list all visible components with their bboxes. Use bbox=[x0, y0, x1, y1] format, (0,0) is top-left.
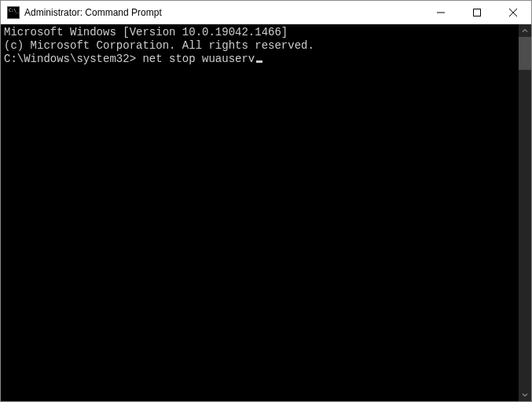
version-line: Microsoft Windows [Version 10.0.19042.14… bbox=[4, 26, 515, 39]
typed-command: net stop wuauserv bbox=[142, 53, 255, 65]
scroll-down-button[interactable] bbox=[519, 389, 531, 401]
close-icon bbox=[509, 9, 517, 16]
scroll-up-button[interactable] bbox=[519, 24, 531, 37]
scroll-thumb[interactable] bbox=[519, 37, 531, 70]
content-area: Microsoft Windows [Version 10.0.19042.14… bbox=[1, 24, 531, 401]
minimize-icon bbox=[437, 9, 445, 16]
vertical-scrollbar[interactable] bbox=[519, 24, 531, 401]
close-button[interactable] bbox=[495, 1, 531, 24]
command-prompt-window: Administrator: Command Prompt Microsoft … bbox=[0, 0, 532, 402]
chevron-up-icon bbox=[522, 27, 528, 34]
minimize-button[interactable] bbox=[423, 1, 459, 24]
cmd-icon bbox=[7, 6, 20, 19]
titlebar[interactable]: Administrator: Command Prompt bbox=[1, 1, 531, 24]
svg-rect-1 bbox=[474, 9, 481, 16]
copyright-line: (c) Microsoft Corporation. All rights re… bbox=[4, 39, 515, 53]
window-title: Administrator: Command Prompt bbox=[24, 7, 423, 18]
chevron-down-icon bbox=[522, 392, 528, 398]
maximize-button[interactable] bbox=[459, 1, 495, 24]
prompt-path: C:\Windows\system32> bbox=[4, 53, 136, 65]
text-cursor bbox=[256, 60, 262, 63]
window-controls bbox=[423, 1, 531, 24]
prompt-line: C:\Windows\system32> net stop wuauserv bbox=[4, 53, 515, 66]
maximize-icon bbox=[473, 9, 481, 16]
terminal-output[interactable]: Microsoft Windows [Version 10.0.19042.14… bbox=[1, 24, 519, 401]
